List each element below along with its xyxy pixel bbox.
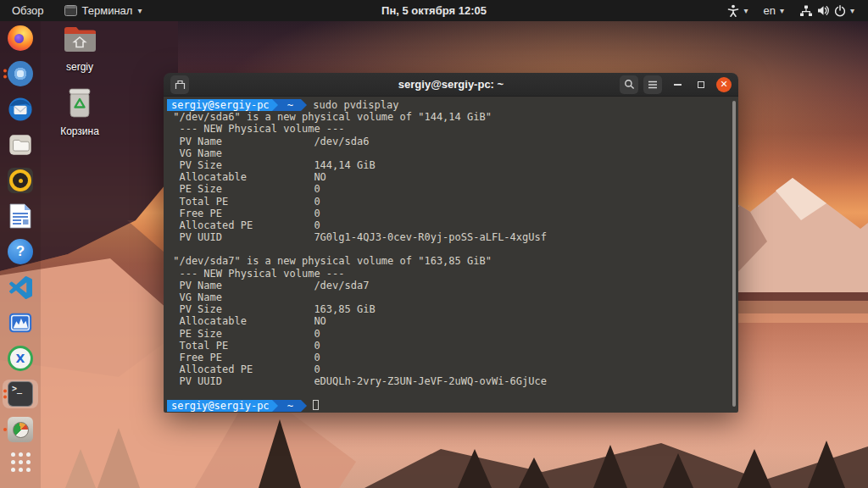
terminal-line	[167, 243, 738, 255]
language-label: en	[763, 4, 775, 17]
terminal-titlebar[interactable]: sergiy@sergiy-pc: ~ ✕	[164, 73, 738, 97]
search-button[interactable]	[620, 75, 638, 94]
system-menu[interactable]: ▾	[794, 0, 860, 21]
dock-item-help[interactable]: ?	[3, 237, 38, 266]
terminal-line: --- NEW Physical volume ---	[167, 123, 738, 135]
terminal-line: VG Name	[167, 147, 738, 159]
home-folder-icon	[62, 25, 97, 58]
top-bar-right: ▾ en ▾	[722, 0, 868, 21]
running-dot	[3, 396, 7, 399]
menu-button[interactable]	[643, 75, 662, 94]
terminal-line: "/dev/sda6" is a new physical volume of …	[167, 111, 738, 123]
dock-item-rhythmbox[interactable]	[3, 166, 38, 195]
dock-item-firefox[interactable]	[3, 24, 38, 53]
terminal-scrollbar[interactable]	[732, 101, 736, 407]
thunderbird-icon	[8, 97, 33, 122]
dock-item-vscode[interactable]	[3, 273, 38, 302]
dock-item-writer[interactable]	[3, 202, 38, 230]
trash-icon	[64, 86, 95, 122]
dock-item-thunderbird[interactable]	[3, 95, 38, 124]
desktop-icon-trash[interactable]: Корзина	[47, 86, 112, 137]
dock-item-show-apps[interactable]	[3, 451, 38, 480]
minimize-icon	[674, 84, 682, 86]
terminal-line: sergiy@sergiy-pc ~	[167, 400, 738, 412]
running-dot	[3, 428, 7, 431]
terminal-line: VG Name	[167, 291, 738, 303]
dock-item-x-app[interactable]: X	[3, 344, 38, 373]
prompt-arrow	[272, 400, 278, 412]
close-icon: ✕	[720, 80, 727, 89]
running-dot	[3, 75, 7, 79]
terminal-line: Allocatable NO	[167, 171, 738, 183]
terminal-line: PV Size 144,14 GiB	[167, 159, 738, 171]
accessibility-person-icon	[727, 4, 739, 17]
terminal-output: sergiy@sergiy-pc ~ sudo pvdisplay "/dev/…	[167, 99, 738, 412]
dock-item-disks[interactable]	[3, 415, 38, 444]
chromium-icon	[8, 61, 33, 86]
files-folder-icon	[8, 132, 33, 158]
terminal-content[interactable]: sergiy@sergiy-pc ~ sudo pvdisplay "/dev/…	[164, 97, 738, 413]
focused-app-label: Терминал	[82, 4, 133, 17]
terminal-line: Allocatable NO	[167, 315, 738, 327]
rhythmbox-icon	[8, 168, 33, 193]
terminal-line: PV Size 163,85 GiB	[167, 303, 738, 315]
close-button[interactable]: ✕	[716, 77, 732, 92]
help-question-icon: ?	[8, 239, 33, 264]
terminal-line: Free PE 0	[167, 352, 738, 363]
desktop-screen: Обзор Терминал ▾ Пн, 5 октября 12:05 ▾	[0, 0, 868, 488]
running-dots	[3, 390, 7, 399]
window-title: sergiy@sergiy-pc: ~	[398, 78, 504, 91]
chevron-down-icon: ▾	[780, 6, 784, 15]
chevron-down-icon: ▾	[850, 6, 854, 15]
terminal-window: sergiy@sergiy-pc: ~ ✕ sergiy@sergiy-pc	[164, 73, 738, 413]
desktop-icon-home[interactable]: sergiy	[47, 25, 112, 73]
top-bar: Обзор Терминал ▾ Пн, 5 октября 12:05 ▾	[0, 0, 868, 21]
power-icon	[834, 5, 846, 17]
firefox-icon	[8, 25, 33, 51]
running-dots	[3, 69, 7, 79]
minimize-button[interactable]	[669, 76, 686, 93]
running-dot	[3, 390, 7, 393]
libreoffice-writer-icon	[8, 203, 33, 229]
maximize-button[interactable]	[693, 76, 709, 93]
new-tab-button[interactable]	[170, 75, 189, 94]
terminal-line: PV UUID eDUQLh-2vry-Z3UN-JeVF-2uWQ-ovWi-…	[167, 375, 738, 387]
maximize-icon	[698, 81, 704, 88]
dock-item-chromium[interactable]	[3, 59, 38, 88]
terminal-line	[167, 388, 738, 400]
prompt-arrow	[272, 99, 278, 111]
top-bar-left: Обзор Терминал ▾	[0, 0, 150, 21]
titlebar-controls: ✕	[615, 75, 732, 94]
dock-item-system-monitor[interactable]	[3, 308, 38, 337]
dock-item-files[interactable]	[3, 130, 38, 159]
disks-gauge-icon	[8, 417, 33, 442]
terminal-icon: >_	[8, 381, 33, 407]
accessibility-menu[interactable]: ▾	[722, 0, 753, 21]
terminal-line: Allocated PE 0	[167, 363, 738, 375]
terminal-line: Total PE 0	[167, 196, 738, 208]
focused-app-menu[interactable]: Терминал ▾	[56, 0, 151, 21]
terminal-line: Allocated PE 0	[167, 219, 738, 231]
desktop-icon-label: sergiy	[66, 61, 93, 73]
show-applications-grid-icon	[8, 452, 33, 478]
prompt-cwd: ~	[278, 99, 302, 111]
clock-button[interactable]: Пн, 5 октября 12:05	[381, 4, 487, 17]
dock: ? X >_	[0, 21, 41, 488]
activities-button[interactable]: Обзор	[0, 0, 56, 21]
terminal-line: PV Name /dev/sda6	[167, 136, 738, 147]
command-text: sudo pvdisplay	[307, 99, 398, 111]
chevron-down-icon: ▾	[743, 6, 748, 15]
terminal-line: --- NEW Physical volume ---	[167, 268, 738, 280]
running-dot	[3, 69, 7, 73]
desktop-icon-label: Корзина	[60, 125, 99, 137]
terminal-line: "/dev/sda7" is a new physical volume of …	[167, 255, 738, 267]
language-menu[interactable]: en ▾	[758, 0, 789, 21]
running-dots	[3, 428, 7, 431]
desktop-icon-area: sergiy Корзина	[47, 25, 112, 137]
vscode-icon	[8, 274, 33, 300]
dock-item-terminal[interactable]: >_	[3, 380, 38, 408]
network-icon	[799, 5, 813, 17]
terminal-line: PE Size 0	[167, 328, 738, 340]
terminal-window-icon	[64, 5, 77, 16]
prompt-user-host: sergiy@sergiy-pc	[167, 99, 272, 111]
